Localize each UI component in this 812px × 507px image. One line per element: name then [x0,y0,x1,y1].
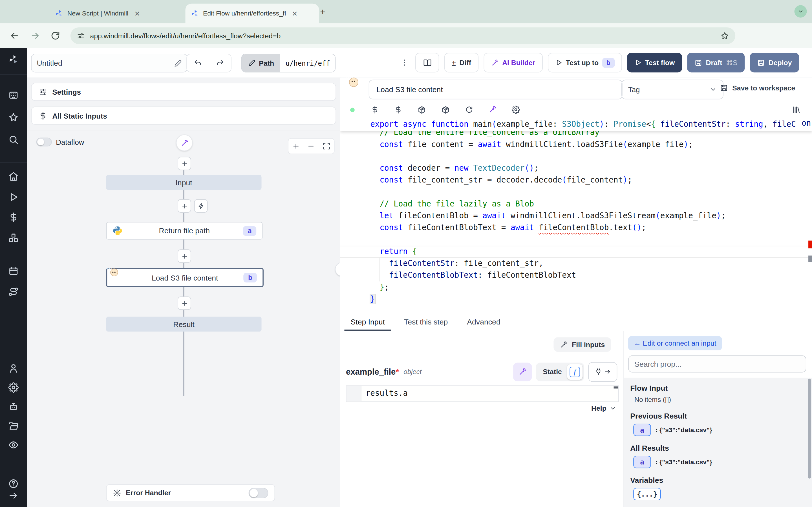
error-handler-toggle[interactable] [249,488,268,498]
sidebar-search-icon[interactable] [8,135,18,145]
test-up-to-button[interactable]: Test up to b [548,53,622,72]
step-editor-area: TS Load S3 file content Tag Save to work… [340,78,812,507]
add-step-button[interactable] [177,157,191,170]
tab-step-input[interactable]: Step Input [350,313,385,331]
graph-ai-wand-button[interactable] [176,135,193,151]
path-button[interactable]: Path [242,54,280,72]
dataflow-toggle[interactable] [36,138,52,147]
sidebar-apps-icon[interactable] [8,90,18,101]
tab-advanced[interactable]: Advanced [467,313,500,331]
reload-icon[interactable] [465,106,473,114]
ai-fill-button[interactable] [513,362,532,381]
error-handler-row[interactable]: Error Handler [106,484,275,501]
site-info-icon[interactable] [77,32,85,40]
tab-close-icon[interactable]: ✕ [290,9,299,18]
library-icon[interactable] [792,106,801,114]
connect-input-button[interactable] [589,362,617,382]
connect-result-row: a: {"s3":"data.csv"} [633,456,807,468]
editor-settings-icon[interactable] [512,106,520,114]
editor-scrollbar[interactable] [808,256,812,262]
package-icon[interactable] [441,105,450,114]
sidebar-schedules-icon[interactable] [8,266,18,276]
javascript-mode-button[interactable]: ƒ [567,364,582,379]
code-line [340,234,812,245]
zoom-in-icon[interactable] [292,142,300,150]
flow-settings-row[interactable]: Settings [31,83,336,101]
static-toggle-group[interactable]: Static ƒ [536,362,584,381]
flow-name-input[interactable]: Untitled [31,54,188,72]
resources-icon[interactable] [394,106,402,114]
step-input-panel: Fill inputs example_file * object Static… [340,331,624,507]
sidebar-settings-icon[interactable] [8,382,18,393]
redo-button[interactable] [209,54,231,72]
connect-section-title: Previous Result [630,412,807,420]
path-value[interactable]: u/henri/eff [280,54,335,72]
back-icon[interactable] [9,31,20,41]
docs-button[interactable] [415,53,439,72]
tag-select[interactable]: Tag [621,80,723,100]
variables-icon[interactable] [371,106,379,114]
sidebar-help-icon[interactable] [8,478,18,489]
expression-editor[interactable]: results.a [346,385,619,402]
all-static-inputs-row[interactable]: All Static Inputs [31,107,336,124]
code-editor[interactable]: export async function main(example_file:… [340,118,812,313]
tab-close-icon[interactable]: ✕ [133,9,142,18]
sidebar-resources-icon[interactable] [8,233,18,243]
sidebar-folders-icon[interactable] [8,420,18,431]
sidebar-expand-icon[interactable] [8,490,18,501]
bookmark-star-icon[interactable] [720,31,729,40]
add-step-button[interactable] [177,249,191,263]
windmill-logo[interactable] [8,54,18,65]
connect-scrollbar[interactable] [808,379,811,478]
sidebar-home-icon[interactable] [8,171,18,182]
flow-node-input[interactable]: Input [106,175,262,190]
refresh-icon[interactable] [50,31,61,41]
edit-or-connect-button[interactable]: ← Edit or connect an input [628,336,722,350]
diff-button[interactable]: ±Diff [444,53,478,72]
sidebar-audit-icon[interactable] [8,440,18,450]
search-prop-input[interactable]: Search prop... [628,355,806,373]
package-icon[interactable] [417,105,426,114]
sidebar-runs-icon[interactable] [8,192,18,202]
browser-tab-active[interactable]: Edit Flow u/henri/effortless_fl ✕ [186,4,319,23]
fit-view-icon[interactable] [322,142,331,150]
wand-icon [560,341,568,348]
save-to-workspace-button[interactable]: Save to workspace [720,84,795,92]
ai-wand-icon[interactable] [488,106,497,114]
flow-node-a[interactable]: Return file path a [106,222,263,239]
result-badge[interactable]: {...} [633,488,661,500]
add-step-button[interactable] [177,296,191,310]
fill-inputs-button[interactable]: Fill inputs [554,337,611,352]
tab-test-this-step[interactable]: Test this step [404,313,448,331]
add-step-button[interactable] [177,199,191,213]
tab-search-chevron-icon[interactable] [795,5,807,17]
deploy-button[interactable]: Deploy [750,53,799,72]
trigger-button[interactable] [194,199,208,213]
expression-value[interactable]: results.a [361,386,408,401]
flow-name-value: Untitled [37,59,62,67]
flow-node-b-selected[interactable]: TS Load S3 file content b [106,268,264,287]
sidebar-favorites-icon[interactable] [8,112,18,123]
zoom-out-icon[interactable] [307,142,315,150]
url-bar[interactable]: app.windmill.dev/flows/edit/u/henri/effo… [70,27,735,44]
test-flow-button[interactable]: Test flow [627,53,682,72]
sidebar-users-icon[interactable] [8,363,18,374]
sidebar-variables-icon[interactable] [8,212,18,223]
sidebar-routes-icon[interactable] [8,287,18,297]
required-asterisk: * [396,367,399,376]
sidebar-workers-icon[interactable] [8,401,18,412]
result-badge[interactable]: a [633,456,651,468]
result-badge[interactable]: a [633,424,651,436]
new-tab-button[interactable]: + [317,7,328,18]
undo-button[interactable] [187,54,209,72]
forward-icon[interactable] [30,31,41,41]
help-toggle[interactable]: Help [591,404,616,412]
step-title-input[interactable]: Load S3 file content [369,80,622,100]
browser-tab-inactive[interactable]: New Script | Windmill ✕ [50,4,188,23]
path-button-group[interactable]: Path u/henri/eff [241,54,336,72]
draft-button[interactable]: Draft ⌘S [687,53,745,72]
ai-builder-button[interactable]: AI Builder [484,53,543,72]
flow-node-result[interactable]: Result [106,317,262,332]
graph-zoom-controls [288,138,335,154]
more-menu-icon[interactable] [399,53,410,72]
